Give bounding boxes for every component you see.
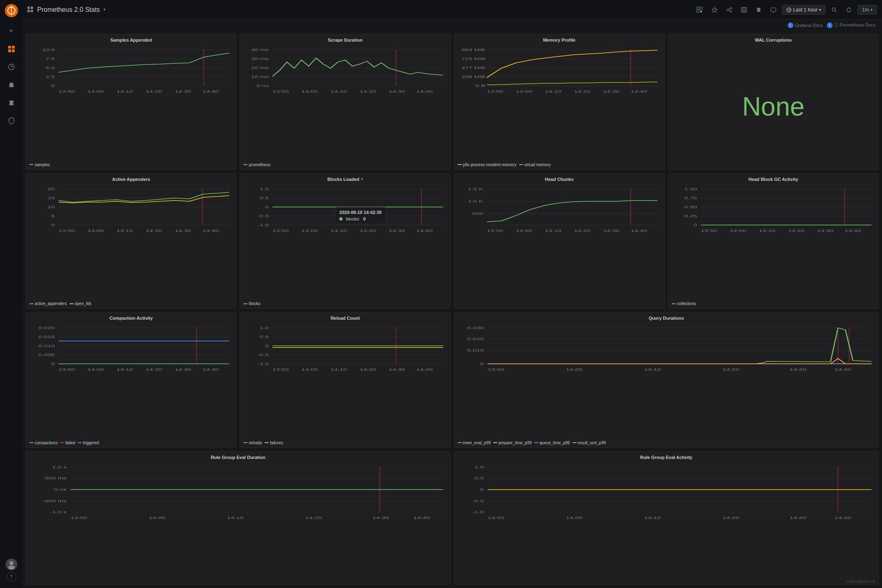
svg-text:715 MiB: 715 MiB xyxy=(461,57,485,61)
settings-button[interactable] xyxy=(753,5,765,14)
sidebar-item-add[interactable]: + xyxy=(3,23,20,39)
share-button[interactable] xyxy=(723,5,735,14)
legend-item-collections: collections xyxy=(672,301,696,306)
dashboard-grid: Samples Appended 10.0 7.5 5.0 2.5 0 xyxy=(22,31,882,588)
svg-text:14:20: 14:20 xyxy=(146,89,162,94)
time-range-button[interactable]: Last 1 hour ▾ xyxy=(782,5,826,15)
legend-reload: reloads failures xyxy=(240,440,450,448)
sidebar-item-dashboards[interactable] xyxy=(3,41,20,57)
legend-color-result-sort xyxy=(572,442,577,443)
save-button[interactable] xyxy=(738,5,750,14)
legend-gc: collections xyxy=(668,301,878,308)
sidebar-item-explore[interactable] xyxy=(3,59,20,75)
legend-label-virtual: virtual memory xyxy=(524,163,551,167)
grafana-docs-link[interactable]: i Grafana Docs xyxy=(788,22,823,28)
svg-text:0.25: 0.25 xyxy=(684,214,697,218)
panel-chart-appenders: 20 15 10 5 0 13:50 14:00 14:10 14:20 14:… xyxy=(26,183,236,301)
user-avatar[interactable] xyxy=(6,559,17,570)
sidebar-item-shield[interactable] xyxy=(3,113,20,129)
svg-text:10.0: 10.0 xyxy=(42,48,55,52)
legend-label-reloads: reloads xyxy=(249,441,262,445)
legend-color-prometheus xyxy=(243,164,247,165)
svg-rect-16 xyxy=(31,10,33,12)
svg-line-26 xyxy=(728,9,730,9)
tv-button[interactable] xyxy=(767,5,780,14)
legend-label-triggered: triggered xyxy=(83,441,99,445)
panel-chart-reload: 1.0 0.5 0 -0.5 -1.0 13:50 14:00 14:10 14… xyxy=(240,322,450,440)
panel-rule-group-eval-activity: Rule Group Eval Activity 1.0 0.5 0 -0.5 … xyxy=(454,451,879,585)
panel-chart-head-chunks: 1.5 K 1.0 K 500 13:50 14:00 14:10 14:20 … xyxy=(454,183,664,305)
add-panel-icon xyxy=(696,7,703,13)
svg-text:14:40: 14:40 xyxy=(203,89,219,94)
svg-text:-0.5: -0.5 xyxy=(258,214,269,218)
prometheus-docs-link[interactable]: i ⓘ Prometheus Docs xyxy=(827,22,875,28)
panel-chart-gc: 1.00 0.75 0.50 0.25 0 13:50 14:00 14:10 … xyxy=(668,183,878,301)
svg-text:13:50: 13:50 xyxy=(58,368,75,372)
legend-color-triggered xyxy=(78,442,82,443)
svg-text:1.0: 1.0 xyxy=(260,187,269,191)
svg-text:14:30: 14:30 xyxy=(389,228,405,232)
svg-text:13:50: 13:50 xyxy=(272,89,289,94)
sidebar-item-config[interactable] xyxy=(3,95,20,111)
svg-text:1.0 s: 1.0 s xyxy=(52,465,67,469)
interval-label: 1m xyxy=(862,7,869,13)
svg-text:-1.0: -1.0 xyxy=(258,223,269,227)
save-icon xyxy=(741,7,747,13)
svg-text:0.5: 0.5 xyxy=(474,476,484,480)
title-dropdown-arrow[interactable]: ▾ xyxy=(103,7,106,12)
svg-text:1.0 K: 1.0 K xyxy=(468,199,483,203)
panel-wal-corruptions: WAL Corruptions None xyxy=(668,34,879,170)
svg-rect-17 xyxy=(697,7,699,9)
search-icon xyxy=(831,7,837,13)
svg-text:14:40: 14:40 xyxy=(203,368,219,372)
svg-text:-0.5: -0.5 xyxy=(258,353,269,357)
legend-item-failures: failures xyxy=(265,441,283,445)
legend-item-resident: p8s process resident memory xyxy=(458,163,517,167)
svg-text:-1.0: -1.0 xyxy=(472,510,483,514)
svg-text:0.005: 0.005 xyxy=(38,353,55,357)
svg-text:0.030: 0.030 xyxy=(467,326,483,330)
svg-rect-18 xyxy=(700,7,702,9)
legend-label-inner-eval: inner_eval_p99 xyxy=(463,441,491,445)
add-panel-button[interactable] xyxy=(693,5,706,15)
svg-point-25 xyxy=(730,11,732,12)
panel-title-compaction: Compaction Activity xyxy=(26,312,236,322)
svg-rect-4 xyxy=(8,46,11,49)
svg-text:0.75: 0.75 xyxy=(684,196,697,200)
grafana-logo[interactable] xyxy=(4,3,19,18)
refresh-button[interactable] xyxy=(843,5,855,14)
sidebar-item-alerts[interactable] xyxy=(3,77,20,93)
svg-text:-1.0: -1.0 xyxy=(258,362,269,366)
prometheus-docs-icon: i xyxy=(827,22,833,28)
svg-text:14:10: 14:10 xyxy=(331,228,347,232)
svg-text:0: 0 xyxy=(480,487,483,491)
svg-text:0.50: 0.50 xyxy=(684,205,697,209)
topbar: Prometheus 2.0 Stats ▾ xyxy=(22,0,882,20)
svg-text:0 ns: 0 ns xyxy=(256,84,269,88)
docs-bar: i Grafana Docs i ⓘ Prometheus Docs xyxy=(22,20,882,31)
svg-text:15: 15 xyxy=(47,196,55,200)
search-button[interactable] xyxy=(828,5,840,14)
legend-memory: p8s process resident memory virtual memo… xyxy=(454,162,664,169)
svg-text:2.5: 2.5 xyxy=(46,75,55,79)
blocks-dropdown-arrow[interactable]: ▾ xyxy=(361,177,363,181)
legend-color-queue-time xyxy=(534,442,538,443)
svg-text:14:40: 14:40 xyxy=(416,89,433,94)
svg-text:238 MiB: 238 MiB xyxy=(461,75,485,79)
legend-label-failed: failed xyxy=(65,441,75,445)
legend-label-resident: p8s process resident memory xyxy=(463,163,517,167)
svg-text:954 MiB: 954 MiB xyxy=(461,48,485,52)
clock-icon xyxy=(786,7,791,12)
svg-point-23 xyxy=(730,7,732,9)
interval-button[interactable]: 1m ▾ xyxy=(858,5,877,15)
svg-text:14:20: 14:20 xyxy=(722,515,739,519)
svg-text:0.020: 0.020 xyxy=(38,326,55,330)
svg-text:14:00: 14:00 xyxy=(149,515,165,519)
svg-text:0: 0 xyxy=(51,84,55,88)
svg-text:0.015: 0.015 xyxy=(38,335,55,339)
star-button[interactable] xyxy=(708,5,721,14)
legend-label-samples: samples xyxy=(35,163,50,167)
footer-text: CSDN @0x11 Yn xyxy=(454,579,879,584)
sidebar-item-help[interactable]: ? xyxy=(7,572,16,581)
svg-text:14:20: 14:20 xyxy=(788,228,804,232)
